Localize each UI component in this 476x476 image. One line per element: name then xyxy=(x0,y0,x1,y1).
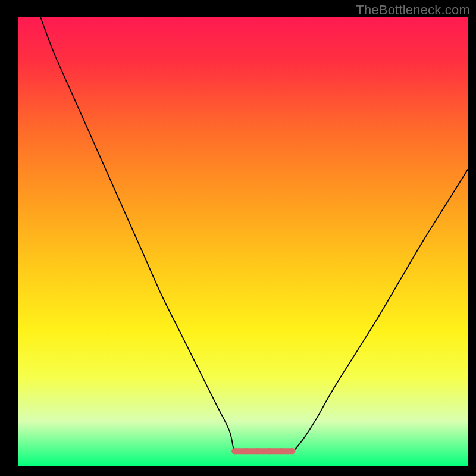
chart-svg xyxy=(18,17,468,466)
flat-segment-dot xyxy=(231,448,237,454)
flat-segment-dot xyxy=(255,448,261,454)
flat-segment-dot xyxy=(266,448,272,454)
flat-segment-dot xyxy=(243,448,249,454)
plot-area xyxy=(18,17,468,466)
chart-frame: TheBottleneck.com xyxy=(0,0,476,476)
gradient-background xyxy=(18,17,468,466)
flat-segment-dot xyxy=(278,448,284,454)
watermark-text: TheBottleneck.com xyxy=(356,2,470,18)
flat-segment-dot xyxy=(289,448,295,454)
